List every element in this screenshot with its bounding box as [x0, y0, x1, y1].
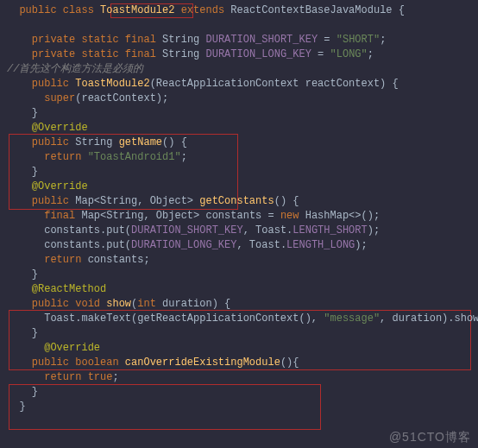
code-line	[7, 18, 478, 33]
code-line: Toast.makeText(getReactApplicationContex…	[7, 312, 478, 326]
code-line: constants.put(DURATION_LONG_KEY, Toast.L…	[7, 238, 478, 253]
code-line: final Map<String, Object> constants = ne…	[7, 209, 478, 224]
code-line: }	[7, 385, 478, 400]
code-line: return true;	[7, 370, 478, 385]
code-line: @Override	[7, 121, 478, 136]
code-line: public String getName() {	[7, 136, 478, 150]
watermark-text: @51CTO博客	[389, 430, 471, 445]
code-line: }	[7, 106, 478, 121]
code-line: @Override	[7, 341, 478, 356]
code-line: @Override	[7, 180, 478, 194]
code-line: return constants;	[7, 253, 478, 268]
code-line: constants.put(DURATION_SHORT_KEY, Toast.…	[7, 224, 478, 238]
code-line: }	[7, 268, 478, 282]
code-line: return "ToastAndroid1";	[7, 150, 478, 165]
code-block: public class ToastModule2 extends ReactC…	[0, 0, 478, 418]
code-line: super(reactContext);	[7, 91, 478, 106]
code-line: public class ToastModule2 extends ReactC…	[7, 3, 478, 18]
code-line: //首先这个构造方法是必须的	[7, 62, 478, 77]
code-line: public void show(int duration) {	[7, 297, 478, 312]
code-line: public ToastModule2(ReactApplicationCont…	[7, 77, 478, 91]
code-line: @ReactMethod	[7, 282, 478, 297]
code-line: }	[7, 326, 478, 341]
code-line: private static final String DURATION_SHO…	[7, 33, 478, 47]
code-line: }	[7, 165, 478, 180]
code-line: private static final String DURATION_LON…	[7, 47, 478, 62]
code-line: public boolean canOverrideExistingModule…	[7, 356, 478, 370]
code-line: public Map<String, Object> getConstants(…	[7, 194, 478, 209]
code-line: }	[7, 400, 478, 414]
